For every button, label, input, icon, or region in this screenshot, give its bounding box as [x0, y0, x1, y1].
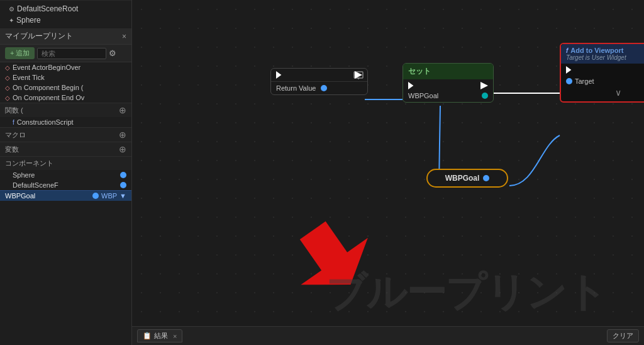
events-list: ◇ Event ActorBeginOver ◇ Event Tick ◇ On… — [0, 62, 131, 103]
exec-pin-row — [276, 71, 362, 79]
tree-root-label: DefaultSceneRoot — [17, 4, 78, 13]
add-viewport-subtitle: Target is User Widget — [566, 54, 644, 61]
set-wbpgoal-label: WBPGoal — [408, 92, 438, 99]
tree-item-sphere[interactable]: ✦ Sphere — [4, 14, 128, 26]
event-icon-2: ◇ — [5, 84, 10, 91]
functions-section: 関数 ( ⊕ — [0, 103, 131, 117]
wbpgoal-type: WBP — [101, 192, 117, 200]
wbpgoal-chevron[interactable]: ▼ — [119, 192, 126, 200]
event-label-3: On Component End Ov — [13, 94, 84, 101]
wbpgoal-label: WBPGoal — [5, 192, 35, 200]
set-exec-out — [480, 82, 488, 89]
add-button[interactable]: + 追加 — [5, 47, 35, 59]
macros-label: マクロ — [5, 130, 26, 140]
scene-tree: ⚙ DefaultSceneRoot ✦ Sphere — [0, 0, 131, 28]
add-viewport-target-row: Target — [566, 77, 644, 85]
svg-marker-10 — [283, 217, 384, 292]
tree-item-root[interactable]: ⚙ DefaultSceneRoot — [4, 3, 128, 14]
components-section: コンポーネント — [0, 156, 131, 170]
set-wbpgoal-row: WBPGoal — [408, 92, 488, 99]
node-set-body: WBPGoal — [403, 79, 493, 102]
wbpgoal-node-inner: WBPGoal — [428, 170, 507, 186]
results-tab-close[interactable]: × — [173, 332, 177, 340]
node-unnamed-body: Return Value — [271, 82, 367, 94]
event-component-end[interactable]: ◇ On Component End Ov — [0, 93, 131, 103]
close-icon[interactable]: × — [122, 32, 126, 41]
add-viewport-body: Target ∨ — [561, 64, 644, 101]
wbpgoal-component-row[interactable]: WBPGoal WBP ▼ — [0, 190, 131, 201]
return-value-pin — [321, 85, 327, 91]
component-sphere[interactable]: Sphere — [0, 170, 131, 180]
canvas-watermark: ブループリント — [326, 265, 606, 320]
func-icon: f — [13, 119, 14, 126]
tree-sphere-label: Sphere — [16, 16, 41, 25]
wbpgoal-dot — [92, 193, 99, 199]
node-set-header: セット — [403, 64, 493, 79]
event-actor-begin[interactable]: ◇ Event ActorBeginOver — [0, 62, 131, 72]
return-value-label: Return Value — [276, 84, 316, 92]
construction-script-label: ConstructionScript — [17, 118, 74, 126]
wbpgoal-node-label: WBPGoal — [445, 174, 480, 183]
clear-button[interactable]: クリア — [607, 329, 639, 342]
macros-section: マクロ ⊕ — [0, 127, 131, 142]
search-input[interactable] — [37, 48, 106, 59]
event-icon-0: ◇ — [5, 64, 10, 71]
func-f-icon: f — [566, 47, 568, 54]
component-sphere-label: Sphere — [13, 171, 35, 179]
node-unnamed[interactable]: Return Value — [270, 68, 368, 95]
sphere-icon: ✦ — [9, 17, 14, 24]
add-viewport-header: f Add to Viewport Target is User Widget — [561, 44, 644, 64]
target-label: Target — [575, 77, 594, 85]
return-value-pin-row: Return Value — [276, 84, 362, 92]
hierarchy-icon: ⚙ — [9, 6, 14, 13]
event-icon-3: ◇ — [5, 94, 10, 101]
gear-icon[interactable]: ⚙ — [109, 48, 116, 58]
event-label-0: Event ActorBeginOver — [13, 64, 80, 71]
variables-add-icon[interactable]: ⊕ — [119, 144, 126, 154]
red-arrow — [283, 217, 384, 295]
set-exec-in — [408, 82, 416, 89]
node-add-viewport[interactable]: f Add to Viewport Target is User Widget … — [560, 43, 644, 103]
exec-in-pin — [276, 71, 284, 79]
event-label-2: On Component Begin ( — [13, 84, 84, 91]
set-header-label: セット — [408, 66, 431, 77]
component-defaultscene[interactable]: DefaultSceneF — [0, 180, 131, 190]
add-viewport-exec-in — [566, 66, 574, 74]
sidebar: ⚙ DefaultSceneRoot ✦ Sphere マイブループリント × … — [0, 0, 132, 345]
construction-script-item[interactable]: f ConstructionScript — [0, 117, 131, 127]
variables-label: 変数 — [5, 145, 19, 154]
bottom-bar: 📋 結果 × クリア — [132, 326, 644, 345]
set-exec-row — [408, 82, 488, 89]
node-set[interactable]: セット WBPGoal — [402, 63, 494, 103]
functions-add-icon[interactable]: ⊕ — [119, 105, 126, 115]
search-bar: + 追加 ⚙ — [0, 45, 131, 62]
macros-add-icon[interactable]: ⊕ — [119, 130, 126, 140]
target-pin — [566, 78, 572, 84]
component-defaultscene-label: DefaultSceneF — [13, 181, 58, 189]
results-tab-label: 結果 — [154, 331, 168, 341]
event-tick[interactable]: ◇ Event Tick — [0, 72, 131, 82]
node-wbpgoal-variable[interactable]: WBPGoal — [426, 169, 508, 188]
results-tab[interactable]: 📋 結果 × — [137, 329, 182, 342]
wbpgoal-node-pin — [483, 175, 489, 181]
event-icon-1: ◇ — [5, 74, 10, 81]
variables-section: 変数 ⊕ — [0, 142, 131, 156]
event-component-begin[interactable]: ◇ On Component Begin ( — [0, 82, 131, 93]
component-sphere-dot — [120, 172, 126, 178]
results-tab-icon: 📋 — [143, 332, 152, 340]
event-label-1: Event Tick — [13, 74, 45, 81]
add-viewport-chevron[interactable]: ∨ — [566, 88, 644, 99]
component-defaultscene-dot — [120, 182, 126, 188]
blueprint-tab-label: マイブループリント — [5, 31, 73, 42]
blueprint-tab[interactable]: マイブループリント × — [0, 28, 131, 45]
add-viewport-exec-row — [566, 66, 644, 74]
blueprint-canvas[interactable]: Return Value セット WBPGoal — [132, 0, 644, 345]
set-out-pin — [482, 93, 488, 99]
add-viewport-title: Add to Viewport — [570, 47, 623, 54]
functions-label: 関数 ( — [5, 106, 23, 115]
components-label: コンポーネント — [5, 159, 53, 168]
wbpgoal-right: WBP ▼ — [92, 192, 126, 200]
